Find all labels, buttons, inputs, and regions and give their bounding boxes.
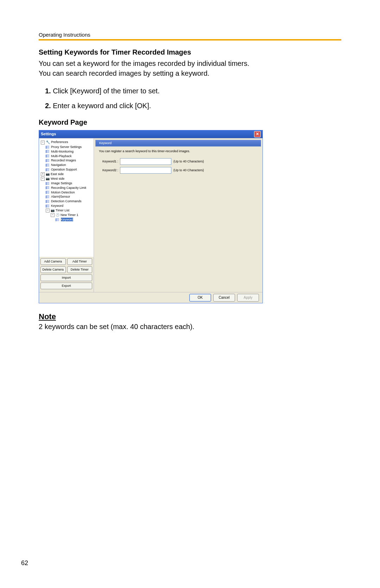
- keyword1-label: Keyword1 :: [99, 160, 120, 163]
- tree-alarm[interactable]: Alarm|Sensor: [41, 194, 93, 199]
- tree-label: Multi-Monitoring: [51, 150, 74, 153]
- tree-label: Preferences: [51, 140, 68, 144]
- tree-east-side[interactable]: +📷East side: [41, 172, 93, 177]
- tree-label: West side: [51, 177, 64, 180]
- subsection-title: Keyword Page: [39, 118, 341, 126]
- panel-header: Keyword: [95, 140, 261, 147]
- tree-image-settings[interactable]: Image Settings: [41, 181, 93, 186]
- tree-west-side[interactable]: −📷West side: [41, 177, 93, 181]
- page-number: 62: [21, 559, 28, 567]
- export-button[interactable]: Export: [40, 283, 92, 289]
- tree-label: Alarm|Sensor: [51, 195, 70, 198]
- note-text: 2 keywords can be set (max. 40 character…: [39, 323, 341, 331]
- tree-label: East side: [51, 172, 64, 176]
- keyword1-input[interactable]: [120, 158, 171, 165]
- window-title: Settings: [41, 132, 56, 136]
- section-title: Setting Keywords for Timer Recorded Imag…: [39, 48, 341, 56]
- cancel-button[interactable]: Cancel: [213, 294, 235, 302]
- window-body: −🔧Preferences Proxy Server Settings Mult…: [39, 138, 262, 292]
- tree-nav[interactable]: Navigation: [41, 163, 93, 167]
- step-1: 1. Click [Keyword] of the timer to set.: [45, 85, 341, 97]
- tree-preferences[interactable]: −🔧Preferences: [41, 140, 93, 145]
- keyword2-label: Keyword2 :: [99, 168, 120, 172]
- step-text: Enter a keyword and click [OK].: [53, 102, 151, 110]
- tree-recimg[interactable]: Recorded Images: [41, 158, 93, 163]
- settings-window: Settings ✕ −🔧Preferences Proxy Server Se…: [39, 130, 263, 303]
- dialog-footer: OK Cancel Apply: [39, 292, 262, 303]
- note-heading: Note: [39, 312, 341, 321]
- tree-motion[interactable]: Motion Detection: [41, 190, 93, 195]
- tree-label: Proxy Server Settings: [51, 145, 82, 149]
- tree-multimon[interactable]: Multi-Monitoring: [41, 149, 93, 154]
- tree-label: Recorded Images: [51, 159, 76, 162]
- intro-text: You can set a keyword for the images rec…: [39, 58, 341, 78]
- window-titlebar[interactable]: Settings ✕: [39, 130, 262, 138]
- step-number: 2.: [45, 102, 51, 110]
- keyword2-hint: (Up to 40 Characters): [173, 168, 204, 172]
- tree-label: Keyword: [51, 204, 63, 208]
- running-header: Operating Instructions: [39, 32, 341, 38]
- add-timer-button[interactable]: Add Timer: [67, 258, 93, 265]
- ok-button[interactable]: OK: [189, 294, 211, 302]
- tree-detection-cmd[interactable]: Detection Commands: [41, 199, 93, 204]
- tree-opsupport[interactable]: Operation Support: [41, 167, 93, 172]
- add-camera-button[interactable]: Add Camera: [40, 258, 66, 265]
- tree-label: Image Settings: [51, 181, 72, 185]
- sidebar-button-area: Add Camera Add Timer Delete Camera Delet…: [39, 257, 94, 292]
- tree-timer-list[interactable]: −📷Timer List: [41, 208, 93, 213]
- keyword2-row: Keyword2 : (Up to 40 Characters): [99, 167, 258, 174]
- delete-camera-button[interactable]: Delete Camera: [40, 266, 66, 273]
- tree-keyword[interactable]: Keyword: [41, 204, 93, 208]
- tree-new-timer[interactable]: −🕑New Timer 1: [41, 213, 93, 217]
- document-page: Operating Instructions Setting Keywords …: [0, 0, 380, 588]
- tree-label: Recording Capacity Limit: [51, 186, 86, 190]
- tree-label: Operation Support: [51, 168, 77, 171]
- main-panel: Keyword You can register a search keywor…: [94, 138, 262, 292]
- intro-line-1: You can set a keyword for the images rec…: [39, 60, 249, 67]
- tree-label: Keyword: [61, 218, 73, 221]
- tree-label: Timer List: [56, 209, 69, 212]
- delete-timer-button[interactable]: Delete Timer: [67, 266, 93, 273]
- keyword1-hint: (Up to 40 Characters): [173, 160, 204, 163]
- panel-title: Keyword: [99, 141, 112, 145]
- tree-label: Motion Detection: [51, 191, 75, 194]
- apply-button[interactable]: Apply: [237, 294, 259, 302]
- panel-content: You can register a search keyword to thi…: [99, 149, 258, 174]
- tree-keyword-selected[interactable]: Keyword: [41, 217, 93, 222]
- steps-list: 1. Click [Keyword] of the timer to set. …: [39, 85, 341, 111]
- tree-rec-capacity[interactable]: Recording Capacity Limit: [41, 186, 93, 190]
- panel-description: You can register a search keyword to thi…: [99, 149, 258, 153]
- tree-label: Navigation: [51, 163, 66, 167]
- header-rule: [39, 39, 341, 41]
- intro-line-2: You can search recorded images by settin…: [39, 69, 209, 77]
- close-button[interactable]: ✕: [254, 131, 261, 137]
- step-2: 2. Enter a keyword and click [OK].: [45, 100, 341, 111]
- tree-label: New Timer 1: [61, 213, 78, 217]
- tree-label: Detection Commands: [51, 199, 82, 203]
- import-button[interactable]: Import: [40, 274, 92, 281]
- step-number: 1.: [45, 87, 51, 95]
- keyword2-input[interactable]: [120, 167, 171, 174]
- tree-label: Multi-Playback: [51, 154, 72, 158]
- keyword1-row: Keyword1 : (Up to 40 Characters): [99, 158, 258, 165]
- settings-tree[interactable]: −🔧Preferences Proxy Server Settings Mult…: [39, 138, 94, 257]
- step-text: Click [Keyword] of the timer to set.: [53, 87, 159, 95]
- tree-multiplay[interactable]: Multi-Playback: [41, 154, 93, 159]
- tree-proxy[interactable]: Proxy Server Settings: [41, 145, 93, 149]
- sidebar: −🔧Preferences Proxy Server Settings Mult…: [39, 138, 94, 292]
